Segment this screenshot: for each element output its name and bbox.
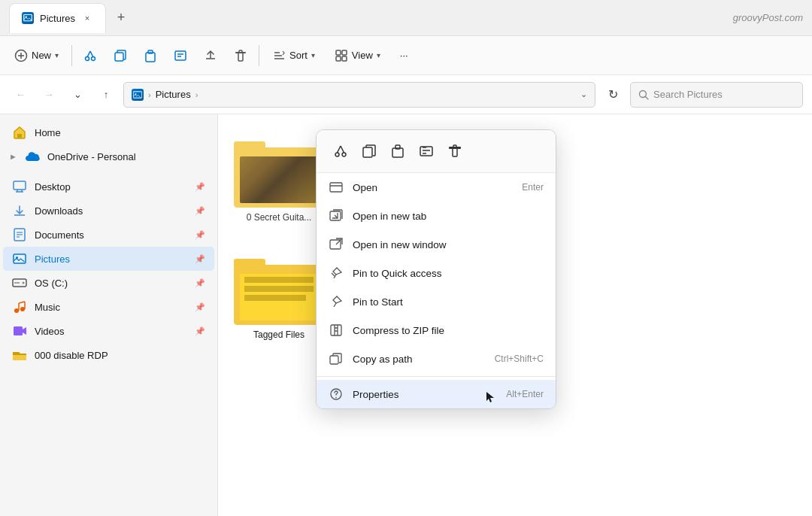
svg-rect-20 <box>342 50 347 55</box>
mouse-cursor <box>485 390 495 404</box>
svg-rect-9 <box>115 53 123 61</box>
folder-item-tagged[interactable]: Tagged Files <box>230 244 328 346</box>
cut-button[interactable] <box>77 42 104 69</box>
svg-line-7 <box>87 51 90 57</box>
toolbar-divider-2 <box>259 45 259 66</box>
sidebar-item-music[interactable]: Music 📌 <box>3 295 214 319</box>
sort-icon <box>272 49 286 62</box>
ctx-compress-icon <box>329 323 344 338</box>
path-separator-1: › <box>148 90 151 99</box>
sidebar-documents-label: Documents <box>35 229 84 241</box>
sidebar-item-videos[interactable]: Videos 📌 <box>3 319 214 343</box>
tab-close-button[interactable]: × <box>81 12 93 24</box>
sidebar-item-pictures[interactable]: Pictures 📌 <box>3 247 214 271</box>
delete-button[interactable] <box>227 42 254 69</box>
content-area: 0 Secret Guita... Icons <box>218 114 812 516</box>
path-dropdown-arrow[interactable]: ⌄ <box>580 90 587 99</box>
ctx-paste-icon <box>390 144 405 159</box>
copy-button[interactable] <box>107 42 134 69</box>
svg-line-46 <box>19 302 25 303</box>
tab-title: Pictures <box>40 13 75 24</box>
ctx-pin-quick-item[interactable]: Pin to Quick access <box>317 259 556 287</box>
refresh-button[interactable]: ↻ <box>601 83 624 106</box>
documents-icon <box>12 227 27 242</box>
svg-rect-60 <box>330 183 342 192</box>
documents-pin: 📌 <box>195 230 205 240</box>
forward-button[interactable]: → <box>38 83 60 106</box>
sidebar-item-desktop[interactable]: Desktop 📌 <box>3 175 214 199</box>
folder-000-icon <box>12 348 27 363</box>
ctx-open-new-tab-item[interactable]: Open in new tab <box>317 202 556 230</box>
desktop-pin: 📌 <box>195 182 205 192</box>
ctx-properties-shortcut: Alt+Enter <box>506 389 544 399</box>
sidebar-pictures-label: Pictures <box>35 253 70 265</box>
svg-rect-15 <box>235 52 246 53</box>
ctx-open-tab-label: Open in new tab <box>353 211 535 222</box>
ctx-copy-path-item[interactable]: Copy as path Ctrl+Shift+C <box>317 345 556 373</box>
ctx-properties-item[interactable]: Properties Alt+Enter <box>317 380 556 408</box>
new-button[interactable]: New ▾ <box>6 44 67 67</box>
osc-pin: 📌 <box>195 278 205 288</box>
svg-point-48 <box>335 153 339 156</box>
ctx-pin-start-label: Pin to Start <box>353 296 544 308</box>
path-pictures-icon <box>132 89 144 101</box>
path-separator-2: › <box>195 90 198 99</box>
ctx-copy-button[interactable] <box>356 138 383 165</box>
svg-rect-47 <box>14 326 23 335</box>
sidebar: Home ► OneDrive - Personal <box>0 114 218 516</box>
search-placeholder: Search Pictures <box>653 89 723 100</box>
ctx-paste-button[interactable] <box>384 138 411 165</box>
sidebar-item-osc[interactable]: OS (C:) 📌 <box>3 271 214 295</box>
ctx-copy-icon <box>362 144 377 159</box>
paste-button[interactable] <box>137 42 164 69</box>
active-tab[interactable]: Pictures × <box>9 3 106 33</box>
new-tab-button[interactable]: + <box>109 6 133 30</box>
more-button[interactable]: ··· <box>392 45 417 65</box>
svg-rect-28 <box>14 181 26 190</box>
up-button[interactable]: ↑ <box>95 83 117 106</box>
ctx-cut-button[interactable] <box>327 138 354 165</box>
ctx-rename-button[interactable] <box>413 138 440 165</box>
share-button[interactable] <box>197 42 224 69</box>
watermark: groovyPost.com <box>733 12 803 23</box>
title-bar: Pictures × + groovyPost.com <box>0 0 812 36</box>
svg-rect-53 <box>392 148 403 157</box>
sidebar-item-000rdp[interactable]: 000 disable RDP <box>3 343 214 367</box>
svg-point-6 <box>92 56 95 60</box>
folder-item-guitar[interactable]: 0 Secret Guita... <box>230 126 328 229</box>
sidebar-item-downloads[interactable]: Downloads 📌 <box>3 199 214 223</box>
ctx-copy-path-label: Copy as path <box>353 354 486 365</box>
svg-line-51 <box>341 146 344 153</box>
sidebar-item-home[interactable]: Home <box>3 120 214 144</box>
ctx-delete-button[interactable] <box>441 138 468 165</box>
rename-button[interactable] <box>167 42 194 69</box>
address-bar: ← → ⌄ ↑ › Pictures › ⌄ ↻ Search Pictures <box>0 75 812 114</box>
view-icon <box>335 49 348 62</box>
folder-tagged-label: Tagged Files <box>236 329 322 340</box>
view-button[interactable]: View ▾ <box>326 44 389 67</box>
share-icon <box>204 49 217 62</box>
ctx-open-window-icon <box>329 237 344 252</box>
sidebar-osc-label: OS (C:) <box>35 278 68 289</box>
sidebar-item-onedrive[interactable]: ► OneDrive - Personal <box>3 144 214 168</box>
search-box[interactable]: Search Pictures <box>630 82 803 108</box>
ctx-copy-path-shortcut: Ctrl+Shift+C <box>495 354 544 364</box>
svg-rect-66 <box>330 356 338 364</box>
sort-button[interactable]: Sort ▾ <box>264 44 323 67</box>
svg-rect-54 <box>395 145 400 149</box>
sidebar-home-label: Home <box>35 127 61 138</box>
ctx-pin-start-item[interactable]: Pin to Start <box>317 287 556 316</box>
ctx-open-label: Open <box>353 182 513 193</box>
ctx-open-item[interactable]: Open Enter <box>317 173 556 202</box>
svg-rect-11 <box>148 50 153 53</box>
address-path[interactable]: › Pictures › ⌄ <box>123 82 595 108</box>
history-button[interactable]: ⌄ <box>66 83 89 106</box>
back-button[interactable]: ← <box>9 83 32 106</box>
ctx-open-new-window-item[interactable]: Open in new window <box>317 230 556 259</box>
sidebar-item-documents[interactable]: Documents 📌 <box>3 223 214 247</box>
sidebar-music-label: Music <box>35 302 60 313</box>
svg-rect-21 <box>336 56 341 61</box>
svg-line-26 <box>646 96 649 99</box>
ctx-properties-icon <box>329 387 344 402</box>
ctx-compress-item[interactable]: Compress to ZIP file <box>317 316 556 345</box>
